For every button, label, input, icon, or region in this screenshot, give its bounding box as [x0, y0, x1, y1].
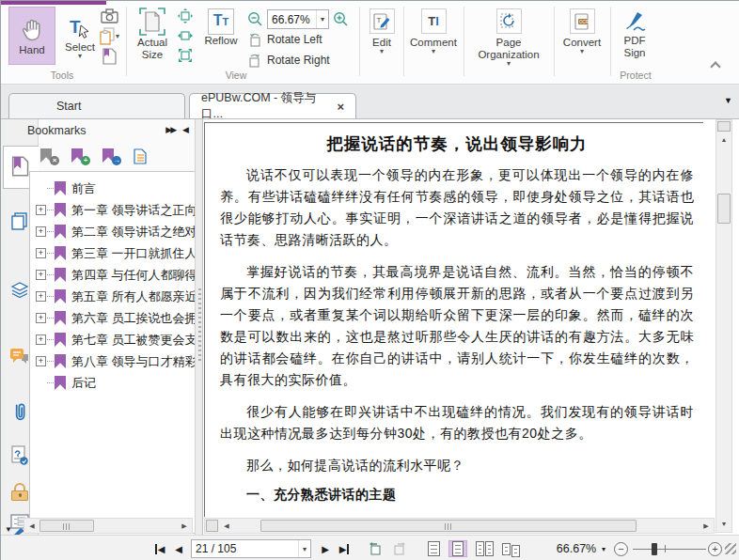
expand-bookmarks-button[interactable] — [134, 148, 149, 163]
resize-grip-icon — [725, 543, 736, 554]
bookmark-item[interactable]: 第三章 一开口就抓住人 — [30, 242, 195, 264]
page-organization-button[interactable]: Page Organization ▾ — [467, 8, 550, 74]
comments-panel-icon — [9, 347, 30, 366]
document-vertical-scrollbar[interactable]: ▲ ▼ — [715, 119, 732, 533]
scrollbar-thumb[interactable] — [260, 520, 637, 532]
comment-caret: ▾ — [432, 49, 435, 54]
rotate-left-button[interactable]: Rotate Left — [247, 32, 322, 47]
nav-security-button[interactable] — [8, 480, 31, 503]
bookmark-item[interactable]: 第八章 领导与口才精彩 — [30, 350, 195, 372]
rotate-right-button[interactable]: Rotate Right — [247, 53, 330, 68]
clipboard-icon — [99, 27, 116, 46]
tab-document-active[interactable]: ePUBw.COM - 领导与口... × — [189, 93, 356, 118]
tab-close-button[interactable]: × — [337, 100, 344, 114]
bookmark-item[interactable]: 第七章 员工被赞更会支 — [30, 329, 195, 350]
bookmark-expander[interactable] — [36, 334, 46, 345]
select-dropdown-caret: ▾ — [78, 54, 82, 59]
nav-layers-button[interactable] — [8, 277, 31, 300]
camera-icon — [101, 8, 119, 23]
set-destination-bookmark-button[interactable]: → — [102, 148, 118, 163]
scroll-down-arrow[interactable]: ▼ — [716, 517, 731, 531]
bookmark-item[interactable]: 第五章 所有人都愿亲近 — [30, 286, 195, 307]
bookmark-item[interactable]: 第四章 与任何人都聊得 — [30, 264, 195, 286]
first-page-button[interactable]: ◀ — [151, 540, 168, 557]
single-page-view-button[interactable] — [424, 540, 443, 557]
nav-strip-overflow-button[interactable]: ▼ — [5, 525, 12, 534]
document-horizontal-scrollbar[interactable]: ◀ ▶ — [204, 518, 715, 534]
zoom-slider[interactable] — [633, 540, 706, 557]
nav-pages-button[interactable] — [8, 210, 31, 232]
bookmark-expander[interactable] — [36, 205, 46, 215]
nav-comments-button[interactable] — [8, 345, 31, 367]
pdf-sign-button[interactable]: PDF Sign — [614, 8, 655, 67]
bookmark-expander[interactable] — [36, 356, 46, 366]
scroll-right-arrow[interactable]: ▶ — [177, 519, 192, 533]
tab-start[interactable]: Start — [8, 93, 185, 118]
collapse-ribbon-button[interactable] — [712, 63, 719, 70]
add-bookmark-button[interactable]: + — [71, 148, 86, 163]
select-tool-button[interactable]: T Select ▾ — [59, 7, 101, 69]
pdf-page[interactable]: 把握说话的节奏，说出领导影响力 说话不仅可以表现一个领导的内在形象，更可以体现出… — [204, 122, 703, 517]
scroll-right-arrow[interactable]: ▶ — [699, 519, 714, 533]
scrollbar-thumb[interactable] — [39, 520, 94, 532]
nav-signatures-button[interactable] — [8, 444, 31, 467]
scroll-left-arrow[interactable]: ◀ — [219, 519, 234, 533]
split-view-handle[interactable] — [717, 121, 731, 132]
continuous-view-button[interactable] — [448, 540, 467, 557]
last-page-button[interactable]: ▶ — [336, 540, 353, 557]
next-view-button[interactable] — [390, 540, 409, 557]
zoom-in-status-button[interactable]: + — [708, 540, 722, 557]
bookmark-item[interactable]: 前言 — [30, 178, 195, 199]
previous-page-button[interactable]: ◀ — [172, 540, 185, 557]
nav-attachments-button[interactable] — [8, 401, 31, 424]
bookmarks-horizontal-scrollbar[interactable]: ◀ ▶ — [24, 518, 193, 534]
hand-tool-button[interactable]: Hand — [8, 7, 55, 65]
nav-bookmarks-button[interactable] — [8, 155, 31, 178]
scroll-left-arrow[interactable]: ◀ — [24, 519, 39, 533]
zoom-level-combobox[interactable]: 66.67% ▾ — [267, 9, 329, 29]
actual-size-button[interactable]: Actual Size — [131, 7, 174, 70]
previous-view-button[interactable] — [366, 540, 385, 557]
clipboard-button[interactable]: ▾ — [99, 27, 119, 46]
status-zoom-caret[interactable]: ▾ — [599, 540, 608, 557]
delete-bookmark-button[interactable]: × — [40, 148, 55, 163]
bookmark-expander[interactable] — [36, 313, 46, 323]
reflow-button[interactable]: TT Reflow — [198, 8, 244, 69]
bookmark-expander[interactable] — [36, 270, 46, 280]
fit-width-button[interactable] — [178, 28, 193, 43]
bookmark-label: 后记 — [71, 375, 96, 392]
zoom-out-button[interactable] — [247, 11, 263, 27]
fit-visible-button[interactable] — [178, 48, 193, 63]
bookmark-item[interactable]: 第六章 员工挨说也会拥 — [30, 307, 195, 329]
page-number-combobox[interactable]: 21 / 105 ▾ — [191, 539, 311, 558]
snapshot-button[interactable] — [101, 8, 119, 27]
panel-splitter[interactable] — [195, 119, 203, 535]
next-page-button[interactable]: ▶ — [319, 540, 332, 557]
scroll-up-arrow[interactable]: ▲ — [716, 132, 731, 147]
bookmark-flag-icon — [55, 354, 66, 368]
continuous-facing-view-button[interactable] — [499, 540, 522, 557]
bookmark-label: 前言 — [71, 180, 96, 197]
bookmark-page-button[interactable] — [102, 48, 117, 69]
convert-button[interactable]: OCR Convert ▾ — [558, 8, 606, 74]
bookmark-item[interactable]: 第二章 领导讲话之绝对 — [30, 221, 195, 242]
select-icon: T — [68, 17, 92, 41]
edit-button[interactable]: T Edit ▾ — [363, 8, 401, 74]
panel-collapse-icon[interactable]: ◀ — [182, 125, 189, 134]
facing-view-button[interactable] — [473, 540, 495, 557]
bookmark-item[interactable]: 后记 — [30, 372, 195, 394]
scrollbar-thumb[interactable] — [717, 194, 731, 224]
comment-button[interactable]: TI Comment ▾ — [407, 8, 460, 74]
window-resize-grip[interactable] — [725, 540, 736, 557]
zoom-out-status-button[interactable]: − — [614, 540, 628, 557]
fit-page-button[interactable] — [178, 8, 193, 23]
bookmark-expander[interactable] — [36, 248, 46, 258]
panel-expand-icon[interactable]: ▶▶ — [165, 125, 175, 134]
bookmark-item[interactable]: 第一章 领导讲话之正向 — [30, 199, 195, 221]
zoom-slider-handle[interactable] — [652, 543, 657, 555]
split-view-handle[interactable] — [206, 520, 218, 532]
bookmark-expander[interactable] — [36, 226, 46, 237]
bookmark-expander[interactable] — [36, 291, 46, 302]
tab-list-dropdown-button[interactable]: ▼ — [724, 96, 732, 105]
zoom-in-button[interactable] — [333, 11, 349, 27]
